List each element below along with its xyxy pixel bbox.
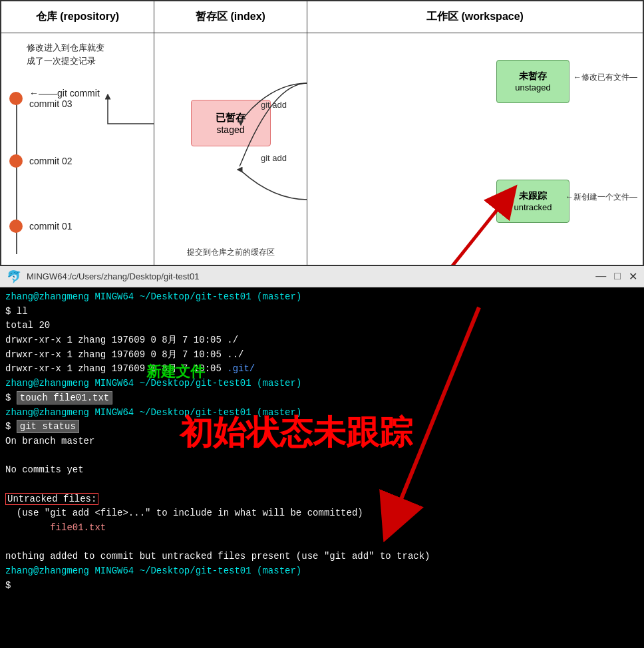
commit-01-label: commit 01 <box>29 221 73 232</box>
term-line-5: drwxr-xr-x 1 zhang 197609 0 8月 7 10:05 .… <box>5 348 639 363</box>
term-line-2: $ ll <box>5 305 639 319</box>
commit-dot-02 <box>9 154 23 168</box>
col2-header: 暂存区 (index) <box>154 1 307 33</box>
terminal-body: zhang@zhangmeng MINGW64 ~/Desktop/git-te… <box>0 287 644 648</box>
terminal-title: MINGW64:/c/Users/zhang/Desktop/git-test0… <box>27 271 590 281</box>
terminal-controls[interactable]: — □ ✕ <box>595 270 637 283</box>
diagram-area: 仓库 (repository) 暂存区 (index) 工作区 (workspa… <box>0 0 644 266</box>
untracked-sublabel: untracked <box>514 202 552 212</box>
term-line-10: $ git status <box>5 420 639 434</box>
modify-existing-label: ←修改已有文件— <box>573 72 637 83</box>
col1-header: 仓库 (repository) <box>1 1 154 33</box>
term-blank-2 <box>5 478 639 492</box>
close-button[interactable]: ✕ <box>629 270 637 283</box>
untracked-label: 未跟踪 <box>519 190 547 202</box>
maximize-button[interactable]: □ <box>614 270 621 283</box>
unstaged-box: 未暂存 unstaged <box>496 60 569 103</box>
staged-box: 已暂存 staged <box>191 100 271 146</box>
term-line-3: total 20 <box>5 319 639 333</box>
term-line-nothing: nothing added to commit but untracked fi… <box>5 550 639 564</box>
term-blank-3 <box>5 536 639 550</box>
term-line-9: zhang@zhangmeng MINGW64 ~/Desktop/git-te… <box>5 406 639 420</box>
term-line-7: zhang@zhangmeng MINGW64 ~/Desktop/git-te… <box>5 377 639 391</box>
term-line-file01: file01.txt <box>5 521 639 536</box>
unstaged-sublabel: unstaged <box>515 82 551 92</box>
commit-dot-03 <box>9 92 23 105</box>
term-line-6: drwxr-xr-x 1 zhang 197609 0 8月 7 10:05 .… <box>5 362 639 377</box>
unstaged-label: 未暂存 <box>519 71 547 82</box>
commit-02-label: commit 02 <box>29 156 73 166</box>
staged-label: 已暂存 <box>216 112 245 124</box>
term-line-8: $ touch file01.txt <box>5 391 639 406</box>
terminal-icon: 🐬 <box>7 269 21 284</box>
commit-dot-01 <box>9 220 23 233</box>
term-line-include: (use "git add <file>..." to include in w… <box>5 506 639 521</box>
term-line-12: No commits yet <box>5 463 639 478</box>
commit-03-label: ←——git commitcommit 03 <box>29 88 100 109</box>
term-line-4: drwxr-xr-x 1 zhang 197609 0 8月 7 10:05 .… <box>5 333 639 348</box>
staged-sublabel: staged <box>216 124 244 135</box>
term-line-1: zhang@zhangmeng MINGW64 ~/Desktop/git-te… <box>5 290 639 305</box>
term-line-final-prompt: zhang@zhangmeng MINGW64 ~/Desktop/git-te… <box>5 564 639 579</box>
term-line-final-cmd: $ <box>5 579 639 593</box>
minimize-button[interactable]: — <box>595 270 606 283</box>
term-line-untracked-header: Untracked files: <box>5 492 639 507</box>
untracked-box: 未跟踪 untracked <box>496 180 569 223</box>
staged-note: 提交到仓库之前的缓存区 <box>157 247 304 258</box>
terminal-window: 🐬 MINGW64:/c/Users/zhang/Desktop/git-tes… <box>0 266 644 648</box>
commit-note: 修改进入到仓库就变成了一次提交记录 <box>27 41 150 67</box>
term-line-11: On branch master <box>5 434 639 449</box>
create-new-label: ←新创建一个文件— <box>565 192 637 203</box>
terminal-titlebar: 🐬 MINGW64:/c/Users/zhang/Desktop/git-tes… <box>0 266 644 287</box>
col3-header: 工作区 (workspace) <box>307 1 643 33</box>
term-blank-1 <box>5 449 639 464</box>
